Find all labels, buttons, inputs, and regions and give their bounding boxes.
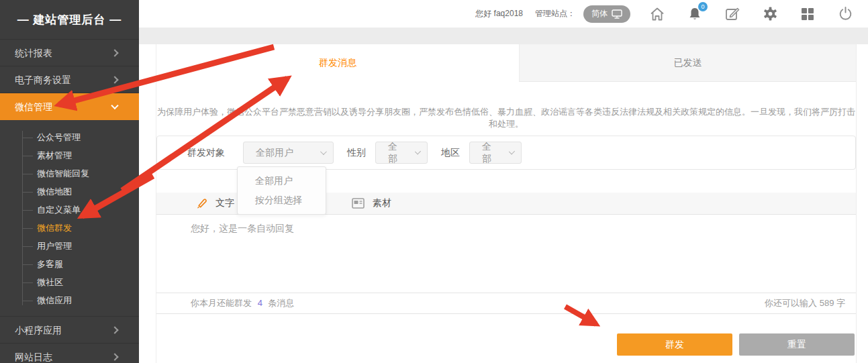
app-title: — 建站管理后台 — xyxy=(0,0,139,39)
submenu-label: 微信群发 xyxy=(37,223,72,233)
tab-bar: 群发消息 已发送 xyxy=(156,44,856,82)
reset-button[interactable]: 重置 xyxy=(739,333,855,356)
submenu-label: 素材管理 xyxy=(37,150,72,160)
submenu-item-wechat-app[interactable]: 微信应用 xyxy=(0,291,139,309)
chars-remaining-text: 你还可以输入 589 字 xyxy=(765,297,845,309)
notification-badge: 0 xyxy=(698,2,708,11)
chevron-right-icon xyxy=(111,49,118,56)
sidebar-item-statistics[interactable]: 统计报表 xyxy=(0,39,139,66)
sidebar-item-ecommerce[interactable]: 电子商务设置 xyxy=(0,66,139,93)
chevron-down-icon xyxy=(414,148,421,155)
sidebar-item-label: 统计报表 xyxy=(15,48,52,58)
chevron-right-icon xyxy=(111,326,118,333)
submenu-item-micro-community[interactable]: 微社区 xyxy=(0,273,139,291)
submenu-item-material[interactable]: 素材管理 xyxy=(0,146,139,164)
sidebar-item-site-log[interactable]: 网站日志 xyxy=(0,343,139,363)
gear-icon xyxy=(763,6,778,21)
sidebar-item-label: 小程序应用 xyxy=(15,325,62,335)
gender-select-value: 全部 xyxy=(388,141,405,165)
sidebar-item-label: 网站日志 xyxy=(15,352,52,362)
target-select-value: 全部用户 xyxy=(256,147,293,159)
dropdown-option-all-users[interactable]: 全部用户 xyxy=(238,171,326,191)
message-textarea[interactable]: 您好，这是一条自动回复 xyxy=(156,215,856,293)
material-tool-button[interactable]: 素材 xyxy=(352,197,391,209)
logout-button[interactable] xyxy=(837,6,853,22)
chevron-down-icon xyxy=(320,148,327,155)
gender-label: 性别 xyxy=(347,147,366,159)
submenu-item-multi-service[interactable]: 多客服 xyxy=(0,255,139,273)
edit-button[interactable] xyxy=(724,6,740,22)
submenu-label: 微信智能回复 xyxy=(37,168,89,178)
target-select[interactable]: 全部用户 xyxy=(243,142,334,164)
text-tool-button[interactable]: 文字 xyxy=(195,197,234,209)
submenu-item-official-account[interactable]: 公众号管理 xyxy=(0,128,139,146)
settings-button[interactable] xyxy=(762,6,778,22)
submenu-label: 多客服 xyxy=(37,259,63,269)
dropdown-option-by-group[interactable]: 按分组选择 xyxy=(238,191,326,210)
language-button[interactable]: 简体 xyxy=(583,5,630,23)
chevron-right-icon xyxy=(111,76,118,83)
apps-button[interactable] xyxy=(800,6,816,22)
home-button[interactable] xyxy=(649,6,665,22)
region-select-value: 全部 xyxy=(482,141,499,165)
gender-select[interactable]: 全部 xyxy=(375,142,428,164)
editor-footer: 你本月还能群发 4 条消息 你还可以输入 589 字 xyxy=(156,293,856,314)
edit-icon xyxy=(724,6,740,22)
chevron-right-icon xyxy=(111,353,118,360)
notifications-button[interactable]: 0 xyxy=(687,6,703,22)
sidebar-item-miniprogram[interactable]: 小程序应用 xyxy=(0,316,139,343)
admin-app: — 建站管理后台 — 统计报表 电子商务设置 微信管理 公众号管理 素材管理 微… xyxy=(0,0,868,363)
tab-mass-message[interactable]: 群发消息 xyxy=(156,44,519,82)
language-label: 简体 xyxy=(591,8,608,19)
sidebar-item-label: 微信管理 xyxy=(15,101,52,112)
submenu-item-custom-menu[interactable]: 自定义菜单 xyxy=(0,201,139,219)
pencil-icon xyxy=(195,197,207,209)
filter-bar: 群发对象 全部用户 性别 全部 地区 全部 xyxy=(156,136,856,170)
material-tool-label: 素材 xyxy=(373,197,391,209)
send-button[interactable]: 群发 xyxy=(617,333,732,356)
region-select[interactable]: 全部 xyxy=(469,142,522,164)
submenu-label: 公众号管理 xyxy=(37,132,81,142)
target-select-dropdown: 全部用户 按分组选择 xyxy=(237,166,326,215)
power-icon xyxy=(838,6,853,21)
submenu-item-smart-reply[interactable]: 微信智能回复 xyxy=(0,164,139,183)
monitor-icon xyxy=(612,9,622,19)
quota-remaining-text: 你本月还能群发 4 条消息 xyxy=(191,297,294,309)
material-icon xyxy=(352,198,365,209)
chevron-down-icon xyxy=(508,148,515,155)
sidebar-item-wechat[interactable]: 微信管理 xyxy=(0,93,139,120)
wechat-submenu: 公众号管理 素材管理 微信智能回复 微信地图 自定义菜单 微信群发 用户管理 多… xyxy=(0,120,139,316)
target-label: 群发对象 xyxy=(187,147,225,159)
submenu-label: 微社区 xyxy=(37,277,63,287)
top-bar: 您好 faq2018 管理站点： 简体 0 xyxy=(139,0,868,28)
tab-sent[interactable]: 已发送 xyxy=(519,44,856,82)
submenu-label: 微信应用 xyxy=(37,295,72,305)
home-icon xyxy=(649,6,665,22)
quota-prefix: 你本月还能群发 xyxy=(191,298,252,308)
region-label: 地区 xyxy=(441,147,460,159)
submenu-label: 自定义菜单 xyxy=(37,205,81,215)
sidebar-item-label: 电子商务设置 xyxy=(15,74,71,85)
content-card: 群发消息 已发送 为保障用户体验，微信公众平台严禁恶意营销以及诱导分享朋友圈，严… xyxy=(156,44,857,363)
managed-site-label: 管理站点： xyxy=(535,8,575,19)
quota-suffix: 条消息 xyxy=(268,298,294,308)
grid-icon xyxy=(800,7,815,21)
quota-count: 4 xyxy=(258,298,262,308)
submenu-label: 微信地图 xyxy=(37,187,72,197)
chevron-down-icon xyxy=(111,102,118,109)
policy-notice: 为保障用户体验，微信公众平台严禁恶意营销以及诱导分享朋友圈，严禁发布色情低俗、暴… xyxy=(156,106,856,130)
submenu-item-user-management[interactable]: 用户管理 xyxy=(0,237,139,255)
text-tool-label: 文字 xyxy=(215,197,234,209)
submenu-label: 用户管理 xyxy=(37,241,72,251)
header-divider-band xyxy=(139,28,868,44)
submenu-item-mass-send[interactable]: 微信群发 xyxy=(0,219,139,237)
submenu-item-wechat-map[interactable]: 微信地图 xyxy=(0,183,139,201)
user-greeting: 您好 faq2018 xyxy=(475,8,523,19)
sidebar: — 建站管理后台 — 统计报表 电子商务设置 微信管理 公众号管理 素材管理 微… xyxy=(0,0,139,363)
